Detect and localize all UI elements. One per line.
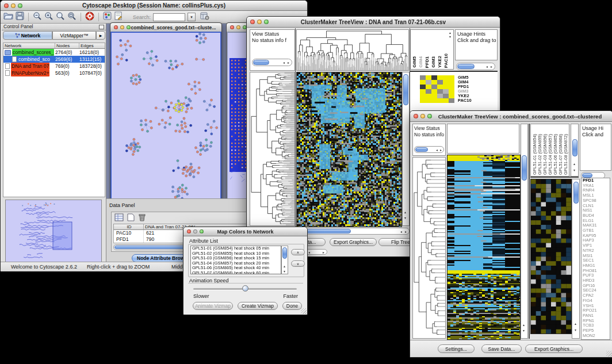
- scroll-left-icon[interactable]: ◂: [400, 230, 402, 233]
- network-list-row[interactable]: combined_scores_2764(0)16218(0): [3, 49, 105, 56]
- matrix-cell[interactable]: [437, 94, 443, 98]
- zoom-column-label[interactable]: GPL51-03 (GSM856): [543, 134, 548, 175]
- matrix-cell[interactable]: [420, 94, 426, 98]
- matrix-cell[interactable]: [443, 89, 449, 94]
- tv2-heatmap-vscrollbar[interactable]: ▴ ▾: [521, 124, 528, 339]
- matrix-cell[interactable]: [426, 94, 431, 98]
- scroll-left-icon[interactable]: ◂: [436, 148, 438, 152]
- matrix-cell[interactable]: [420, 80, 426, 85]
- scroll-down-icon[interactable]: ▾: [575, 328, 576, 332]
- delete-attribute-icon[interactable]: [138, 213, 146, 224]
- save-icon[interactable]: [16, 12, 24, 22]
- vscroll-thumb[interactable]: [522, 155, 527, 181]
- scroll-thumb[interactable]: [582, 173, 592, 178]
- matrix-cell[interactable]: [420, 85, 426, 89]
- scroll-down-icon[interactable]: ▾: [284, 270, 285, 273]
- scroll-up-icon[interactable]: ▴: [575, 322, 576, 325]
- scroll-up-icon[interactable]: ▴: [404, 210, 406, 214]
- close-button[interactable]: [187, 229, 191, 233]
- minimize-button[interactable]: [120, 25, 124, 29]
- matrix-cell[interactable]: [431, 89, 437, 94]
- scroll-thumb[interactable]: [415, 147, 428, 152]
- matrix-cell[interactable]: [443, 85, 449, 89]
- tv1-heatmap-hscrollbar[interactable]: ◂ ▸: [296, 228, 410, 235]
- matrix-cell[interactable]: [420, 89, 426, 94]
- matrix-cell[interactable]: [449, 94, 454, 98]
- matrix-cell[interactable]: [449, 98, 454, 103]
- heatmap-column-label[interactable]: PAC10: [443, 53, 449, 68]
- tv1-row-dendrogram[interactable]: [250, 72, 294, 225]
- zoom-column-label[interactable]: GPL51-06 (GSM865): [553, 134, 558, 175]
- zoom-button[interactable]: [200, 229, 204, 233]
- export-graphics-button[interactable]: Export Graphics...: [330, 238, 377, 246]
- minimize-button[interactable]: [11, 3, 16, 8]
- scroll-up-icon[interactable]: ▴: [449, 31, 451, 35]
- scroll-right-icon[interactable]: ▸: [405, 230, 407, 233]
- zoom-out-icon[interactable]: [33, 12, 42, 23]
- matrix-cell[interactable]: [426, 89, 431, 94]
- settings-button[interactable]: Settings...: [438, 344, 475, 353]
- scroll-down-icon[interactable]: ▾: [573, 168, 575, 172]
- animate-vizmap-button[interactable]: Animate Vizmap: [193, 302, 233, 310]
- matrix-cell[interactable]: [431, 85, 437, 89]
- scroll-left-icon[interactable]: ◂: [283, 61, 285, 64]
- network-list-row[interactable]: DNA and Tran 07769(0)183728(0): [3, 63, 105, 70]
- attribute-list-item[interactable]: GPL51-03 (GSM856) heat shock 15 min: [191, 256, 281, 261]
- scroll-right-icon[interactable]: ▸: [491, 65, 492, 68]
- attribute-list-item[interactable]: GPL51-04 (GSM857) heat shock 20 min: [191, 261, 281, 266]
- done-button[interactable]: Done: [282, 302, 302, 310]
- matrix-cell[interactable]: [449, 89, 454, 94]
- attribute-list-item[interactable]: GPL51-02 (GSM855) heat shock 10 min: [191, 251, 281, 256]
- scroll-thumb[interactable]: [457, 64, 475, 69]
- vscroll-thumb[interactable]: [403, 74, 408, 105]
- minimize-button[interactable]: [420, 114, 425, 118]
- vscroll-thumb[interactable]: [573, 182, 579, 204]
- tv2-labels-vscrollbar[interactable]: ▴ ▾: [571, 124, 579, 177]
- tv2-row-dendrogram[interactable]: [413, 158, 445, 338]
- zoom-fit-icon[interactable]: [56, 12, 65, 23]
- network-view-titlebar[interactable]: combined_scores_good.txt--cluste...: [110, 23, 221, 32]
- close-button[interactable]: [250, 20, 255, 24]
- matrix-cell[interactable]: [426, 80, 431, 85]
- scroll-left-icon[interactable]: ◂: [486, 65, 488, 68]
- scroll-down-icon[interactable]: ▾: [523, 329, 525, 332]
- attribute-table-icon[interactable]: [114, 213, 124, 224]
- zoom-selected-icon[interactable]: [67, 12, 76, 23]
- heatmap-column-label[interactable]: GIM4: [418, 56, 423, 68]
- zoom-column-label[interactable]: GPL51-02 (GSM855): [538, 134, 542, 175]
- tab-overflow-button[interactable]: ▶: [96, 31, 105, 40]
- heatmap-column-label[interactable]: GIM3: [431, 56, 436, 68]
- open-file-icon[interactable]: [3, 12, 13, 22]
- close-button[interactable]: [4, 3, 9, 8]
- scroll-thumb[interactable]: [253, 60, 269, 65]
- zoom-column-label[interactable]: GPL51-04 (GSM857): [548, 134, 553, 175]
- matrix-cell[interactable]: [443, 75, 449, 80]
- zoom-column-label[interactable]: GPL51-01 (GSM854): [533, 134, 537, 175]
- search-dropdown-arrow[interactable]: ▾: [188, 13, 196, 21]
- dialog-titlebar[interactable]: Map Colors to Network: [183, 227, 307, 236]
- scroll-right-icon[interactable]: ▸: [288, 61, 289, 64]
- attribute-list-item[interactable]: GPL51-07 (GSM868) heat shock 60 min: [191, 271, 281, 274]
- search-config-icon[interactable]: [200, 12, 209, 22]
- zoom-button[interactable]: [127, 25, 131, 29]
- resize-grip[interactable]: [606, 351, 612, 357]
- vscroll-thumb[interactable]: [282, 247, 287, 259]
- usage-hints-scrollbar[interactable]: ◂ ▸: [456, 63, 495, 70]
- network-list-row[interactable]: combined_sco2569(6)13112(15): [3, 56, 105, 63]
- minimize-button[interactable]: [193, 229, 197, 233]
- matrix-cell[interactable]: [431, 98, 437, 103]
- attribute-list-item[interactable]: GPL51-01 (GSM854) heat shock 05 min: [191, 246, 281, 251]
- zoom-button[interactable]: [264, 20, 269, 24]
- tab-vizmapper[interactable]: VizMapper™: [52, 31, 96, 40]
- search-input[interactable]: [153, 13, 185, 21]
- matrix-cell[interactable]: [437, 85, 443, 89]
- matrix-cell[interactable]: [426, 85, 431, 89]
- column-id[interactable]: ID: [114, 224, 144, 229]
- zoom-column-label[interactable]: GPL51-07 (GSM868): [559, 134, 563, 175]
- column-network[interactable]: Network: [3, 43, 55, 48]
- matrix-cell[interactable]: [431, 75, 437, 80]
- column-nodes[interactable]: Nodes: [55, 43, 79, 48]
- gene-list-item[interactable]: MON2: [582, 334, 610, 339]
- save-data-button[interactable]: Save Data...: [481, 344, 522, 353]
- matrix-cell[interactable]: [449, 75, 454, 80]
